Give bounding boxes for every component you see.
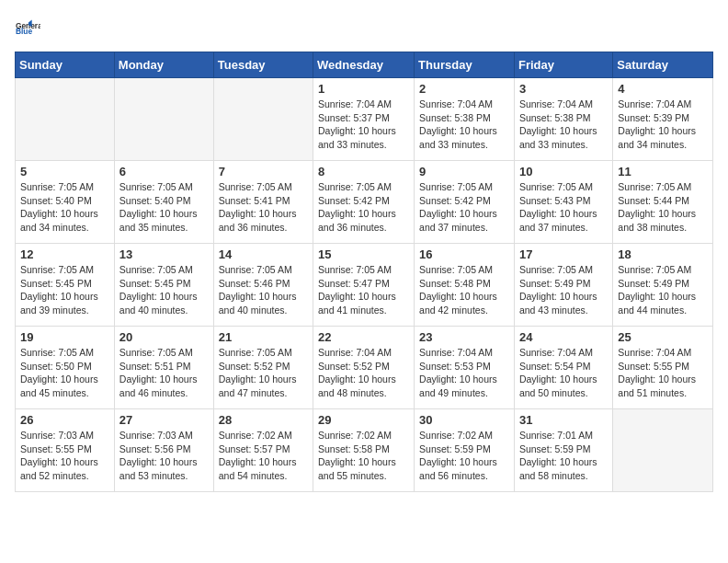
calendar-cell: 27Sunrise: 7:03 AM Sunset: 5:56 PM Dayli… [114,409,213,492]
day-info: Sunrise: 7:05 AM Sunset: 5:51 PM Dayligh… [119,346,209,400]
day-info: Sunrise: 7:04 AM Sunset: 5:38 PM Dayligh… [519,98,608,152]
calendar-cell: 3Sunrise: 7:04 AM Sunset: 5:38 PM Daylig… [514,78,612,161]
calendar-cell: 19Sunrise: 7:05 AM Sunset: 5:50 PM Dayli… [16,327,115,409]
day-number: 7 [219,165,308,178]
day-info: Sunrise: 7:05 AM Sunset: 5:45 PM Dayligh… [20,263,109,317]
day-header-friday: Friday [514,52,612,78]
calendar-cell: 21Sunrise: 7:05 AM Sunset: 5:52 PM Dayli… [213,327,313,409]
calendar-cell: 5Sunrise: 7:05 AM Sunset: 5:40 PM Daylig… [16,161,115,244]
calendar-cell: 29Sunrise: 7:02 AM Sunset: 5:58 PM Dayli… [313,409,415,492]
day-number: 26 [20,413,109,427]
calendar-cell: 8Sunrise: 7:05 AM Sunset: 5:42 PM Daylig… [313,161,415,244]
day-info: Sunrise: 7:05 AM Sunset: 5:49 PM Dayligh… [618,263,708,317]
day-info: Sunrise: 7:05 AM Sunset: 5:42 PM Dayligh… [318,180,409,235]
day-number: 25 [618,330,708,344]
day-info: Sunrise: 7:05 AM Sunset: 5:44 PM Dayligh… [618,180,708,235]
day-number: 10 [519,165,608,178]
day-number: 22 [318,330,409,344]
day-header-saturday: Saturday [613,52,713,78]
day-info: Sunrise: 7:05 AM Sunset: 5:46 PM Dayligh… [219,263,308,317]
day-number: 9 [419,165,509,178]
day-number: 27 [119,413,209,427]
day-header-sunday: Sunday [16,52,115,78]
day-header-tuesday: Tuesday [213,52,313,78]
day-number: 2 [419,82,509,96]
day-info: Sunrise: 7:05 AM Sunset: 5:40 PM Dayligh… [119,180,209,235]
week-row-1: 1Sunrise: 7:04 AM Sunset: 5:37 PM Daylig… [16,78,713,161]
day-number: 18 [618,247,708,261]
day-number: 13 [119,247,209,261]
day-number: 24 [519,330,608,344]
calendar-cell: 1Sunrise: 7:04 AM Sunset: 5:37 PM Daylig… [313,78,415,161]
day-header-monday: Monday [114,52,213,78]
day-number: 21 [219,330,308,344]
calendar-cell: 23Sunrise: 7:04 AM Sunset: 5:53 PM Dayli… [415,327,515,409]
svg-text:Blue: Blue [16,27,32,36]
day-number: 29 [318,413,409,427]
logo-icon: General Blue [15,15,40,40]
day-info: Sunrise: 7:05 AM Sunset: 5:48 PM Dayligh… [419,263,509,317]
calendar-cell [114,78,213,161]
calendar-cell: 10Sunrise: 7:05 AM Sunset: 5:43 PM Dayli… [514,161,612,244]
calendar-cell: 12Sunrise: 7:05 AM Sunset: 5:45 PM Dayli… [16,244,115,327]
week-row-4: 19Sunrise: 7:05 AM Sunset: 5:50 PM Dayli… [16,327,713,409]
calendar-cell: 22Sunrise: 7:04 AM Sunset: 5:52 PM Dayli… [313,327,415,409]
day-number: 30 [419,413,509,427]
day-info: Sunrise: 7:02 AM Sunset: 5:57 PM Dayligh… [219,429,308,483]
day-number: 12 [20,247,109,261]
day-info: Sunrise: 7:05 AM Sunset: 5:41 PM Dayligh… [219,180,308,235]
calendar-cell: 7Sunrise: 7:05 AM Sunset: 5:41 PM Daylig… [213,161,313,244]
calendar-cell [213,78,313,161]
day-number: 5 [20,165,109,178]
day-number: 19 [20,330,109,344]
day-number: 31 [519,413,608,427]
day-info: Sunrise: 7:05 AM Sunset: 5:45 PM Dayligh… [119,263,209,317]
day-number: 1 [318,82,409,96]
week-row-3: 12Sunrise: 7:05 AM Sunset: 5:45 PM Dayli… [16,244,713,327]
day-number: 6 [119,165,209,178]
day-info: Sunrise: 7:04 AM Sunset: 5:55 PM Dayligh… [618,346,708,400]
day-number: 4 [618,82,708,96]
calendar-cell [613,409,713,492]
day-number: 16 [419,247,509,261]
day-number: 20 [119,330,209,344]
day-info: Sunrise: 7:05 AM Sunset: 5:49 PM Dayligh… [519,263,608,317]
page-header: General Blue [15,15,713,40]
calendar-cell: 11Sunrise: 7:05 AM Sunset: 5:44 PM Dayli… [613,161,713,244]
calendar-cell: 30Sunrise: 7:02 AM Sunset: 5:59 PM Dayli… [415,409,515,492]
day-number: 3 [519,82,608,96]
day-info: Sunrise: 7:03 AM Sunset: 5:56 PM Dayligh… [119,429,209,483]
day-number: 23 [419,330,509,344]
day-info: Sunrise: 7:05 AM Sunset: 5:47 PM Dayligh… [318,263,409,317]
calendar-header-row: SundayMondayTuesdayWednesdayThursdayFrid… [16,52,713,78]
day-info: Sunrise: 7:05 AM Sunset: 5:40 PM Dayligh… [20,180,109,235]
calendar-cell: 25Sunrise: 7:04 AM Sunset: 5:55 PM Dayli… [613,327,713,409]
calendar-cell [16,78,115,161]
day-info: Sunrise: 7:05 AM Sunset: 5:50 PM Dayligh… [20,346,109,400]
calendar-cell: 4Sunrise: 7:04 AM Sunset: 5:39 PM Daylig… [613,78,713,161]
day-info: Sunrise: 7:04 AM Sunset: 5:53 PM Dayligh… [419,346,509,400]
calendar-cell: 9Sunrise: 7:05 AM Sunset: 5:42 PM Daylig… [415,161,515,244]
calendar-cell: 16Sunrise: 7:05 AM Sunset: 5:48 PM Dayli… [415,244,515,327]
calendar-cell: 28Sunrise: 7:02 AM Sunset: 5:57 PM Dayli… [213,409,313,492]
day-info: Sunrise: 7:01 AM Sunset: 5:59 PM Dayligh… [519,429,608,483]
day-number: 15 [318,247,409,261]
day-number: 14 [219,247,308,261]
day-info: Sunrise: 7:02 AM Sunset: 5:58 PM Dayligh… [318,429,409,483]
day-number: 28 [219,413,308,427]
calendar-cell: 6Sunrise: 7:05 AM Sunset: 5:40 PM Daylig… [114,161,213,244]
day-info: Sunrise: 7:05 AM Sunset: 5:42 PM Dayligh… [419,180,509,235]
day-number: 8 [318,165,409,178]
day-info: Sunrise: 7:05 AM Sunset: 5:43 PM Dayligh… [519,180,608,235]
calendar-cell: 24Sunrise: 7:04 AM Sunset: 5:54 PM Dayli… [514,327,612,409]
day-info: Sunrise: 7:05 AM Sunset: 5:52 PM Dayligh… [219,346,308,400]
day-info: Sunrise: 7:04 AM Sunset: 5:38 PM Dayligh… [419,98,509,152]
day-number: 17 [519,247,608,261]
calendar-cell: 26Sunrise: 7:03 AM Sunset: 5:55 PM Dayli… [16,409,115,492]
calendar-cell: 20Sunrise: 7:05 AM Sunset: 5:51 PM Dayli… [114,327,213,409]
day-number: 11 [618,165,708,178]
calendar-cell: 18Sunrise: 7:05 AM Sunset: 5:49 PM Dayli… [613,244,713,327]
day-header-wednesday: Wednesday [313,52,415,78]
day-header-thursday: Thursday [415,52,515,78]
calendar-cell: 15Sunrise: 7:05 AM Sunset: 5:47 PM Dayli… [313,244,415,327]
